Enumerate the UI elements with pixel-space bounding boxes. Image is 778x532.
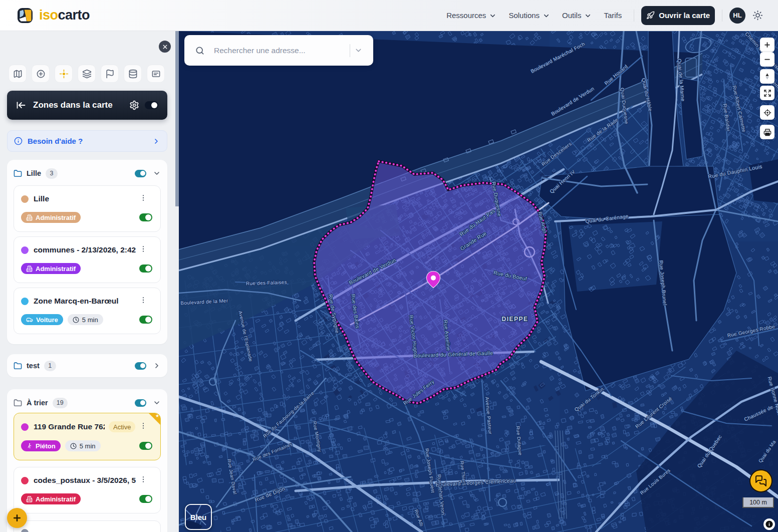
svg-text:DIEPPE: DIEPPE <box>501 316 528 323</box>
